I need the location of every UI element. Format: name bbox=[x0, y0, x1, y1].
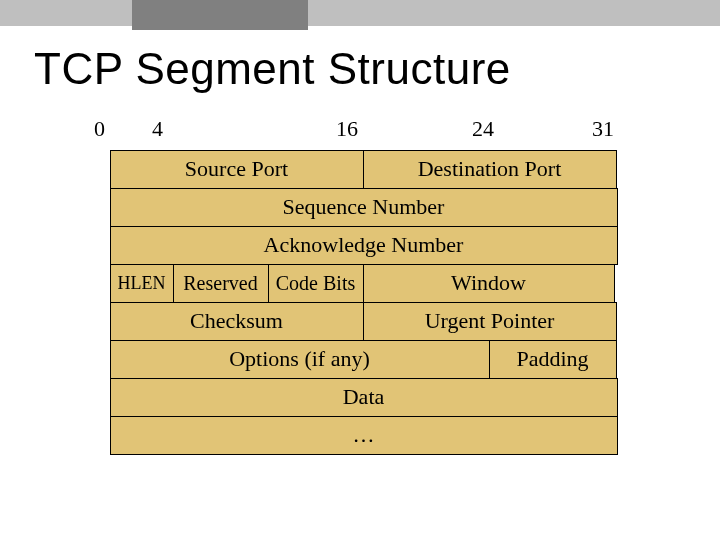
slide-title: TCP Segment Structure bbox=[34, 44, 511, 94]
field-continuation: … bbox=[110, 416, 618, 455]
field-source-port: Source Port bbox=[110, 150, 364, 189]
field-code-bits: Code Bits bbox=[268, 264, 364, 303]
table-row: Acknowledge Number bbox=[110, 226, 618, 264]
bit-label-4: 4 bbox=[152, 116, 163, 142]
table-row: Checksum Urgent Pointer bbox=[110, 302, 618, 340]
field-ack-number: Acknowledge Number bbox=[110, 226, 618, 265]
field-destination-port: Destination Port bbox=[363, 150, 617, 189]
table-row: HLEN Reserved Code Bits Window bbox=[110, 264, 618, 302]
bit-label-0: 0 bbox=[94, 116, 105, 142]
field-checksum: Checksum bbox=[110, 302, 364, 341]
top-bar-decoration bbox=[0, 0, 720, 26]
slide: TCP Segment Structure 0 4 16 24 31 Sourc… bbox=[0, 0, 720, 540]
bit-label-16: 16 bbox=[336, 116, 358, 142]
top-accent-decoration bbox=[132, 0, 308, 30]
table-row: Options (if any) Padding bbox=[110, 340, 618, 378]
tcp-header-table: Source Port Destination Port Sequence Nu… bbox=[110, 150, 618, 454]
table-row: Data bbox=[110, 378, 618, 416]
field-urgent-pointer: Urgent Pointer bbox=[363, 302, 617, 341]
field-hlen: HLEN bbox=[110, 264, 174, 303]
field-options: Options (if any) bbox=[110, 340, 490, 379]
bit-ruler: 0 4 16 24 31 bbox=[102, 116, 612, 148]
field-sequence-number: Sequence Number bbox=[110, 188, 618, 227]
field-padding: Padding bbox=[489, 340, 617, 379]
bit-label-31: 31 bbox=[592, 116, 614, 142]
table-row: Source Port Destination Port bbox=[110, 150, 618, 188]
table-row: Sequence Number bbox=[110, 188, 618, 226]
table-row: … bbox=[110, 416, 618, 454]
bit-label-24: 24 bbox=[472, 116, 494, 142]
field-data: Data bbox=[110, 378, 618, 417]
field-reserved: Reserved bbox=[173, 264, 269, 303]
field-window: Window bbox=[363, 264, 615, 303]
